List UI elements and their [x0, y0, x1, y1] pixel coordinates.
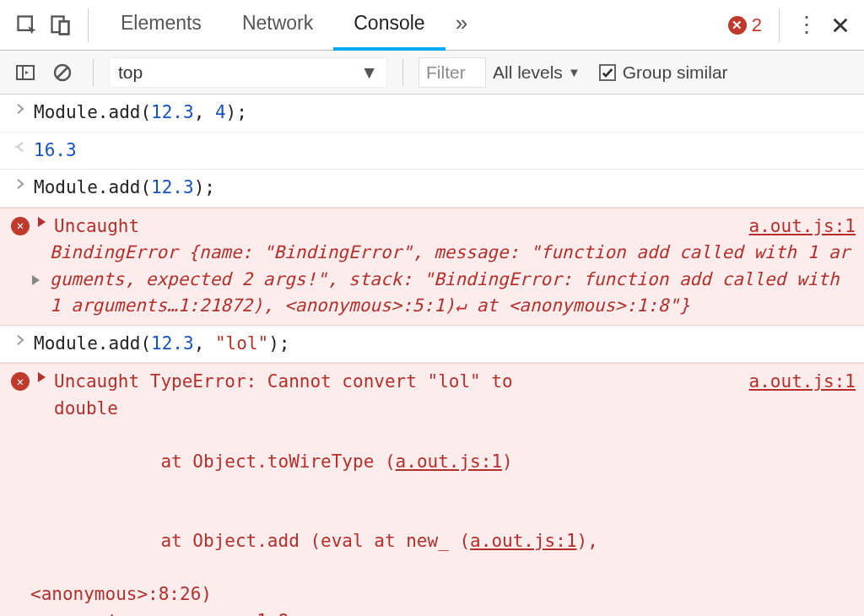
expand-triangle-icon[interactable] — [38, 217, 46, 227]
error-heading: Uncaught TypeError: Cannot convert "lol"… — [54, 371, 513, 392]
toolbar-separator — [93, 59, 94, 86]
input-chevron-icon — [7, 175, 34, 202]
stack-line: <anonymous>:8:26) — [30, 581, 856, 608]
input-chevron-icon — [7, 100, 34, 127]
log-levels-select[interactable]: All levels ▼ — [493, 62, 580, 83]
context-value: top — [118, 62, 143, 83]
tab-elements[interactable]: Elements — [100, 0, 222, 51]
chevron-down-icon: ▼ — [360, 62, 378, 83]
input-chevron-icon — [7, 331, 34, 358]
error-icon: ✕ — [7, 213, 34, 320]
toolbar-separator — [779, 8, 780, 42]
tab-overflow[interactable]: » — [446, 0, 478, 51]
error-icon: ✕ — [728, 16, 747, 35]
filter-input[interactable]: Filter — [418, 57, 486, 88]
console-error-row: ✕ Uncaught TypeError: Cannot convert "lo… — [0, 363, 864, 616]
error-icon: ✕ — [7, 369, 34, 616]
chevron-double-right-icon: » — [456, 10, 467, 36]
device-toggle-icon[interactable] — [46, 10, 76, 41]
error-count: 2 — [752, 14, 762, 36]
devtools-main-toolbar: Elements Network Console » ✕ 2 ⋮ — [0, 0, 864, 51]
chevron-down-icon: ▼ — [568, 65, 580, 79]
console-sub-toolbar: top ▼ Filter All levels ▼ Group similar — [0, 51, 864, 95]
output-chevron-icon — [7, 138, 34, 165]
kebab-menu-icon[interactable]: ⋮ — [791, 10, 822, 41]
close-devtools-icon[interactable] — [825, 10, 856, 41]
tab-console[interactable]: Console — [333, 0, 445, 51]
stack-link[interactable]: a.out.js:1 — [470, 531, 576, 551]
error-source-link[interactable]: a.out.js:1 — [749, 371, 856, 392]
svg-rect-2 — [60, 21, 69, 34]
error-source-link[interactable]: a.out.js:1 — [749, 216, 856, 236]
clear-console-icon[interactable] — [47, 57, 78, 88]
result-value: 16.3 — [34, 140, 77, 160]
filter-placeholder: Filter — [426, 62, 466, 83]
toolbar-separator — [402, 59, 403, 86]
expand-triangle-icon[interactable] — [32, 275, 40, 285]
error-heading: Uncaught — [54, 216, 139, 236]
toolbar-separator — [88, 8, 89, 42]
console-input-row: Module.add(12.3, 4); — [0, 95, 864, 132]
svg-point-6 — [15, 145, 17, 147]
group-similar-label: Group similar — [623, 62, 728, 83]
tab-network[interactable]: Network — [222, 0, 333, 51]
stack-link[interactable]: a.out.js:1 — [396, 451, 502, 472]
devtools-tabs: Elements Network Console » — [100, 0, 478, 51]
console-error-row: ✕ Uncaught a.out.js:1 BindingError {name… — [0, 208, 864, 326]
console-input-row: Module.add(12.3); — [0, 170, 864, 208]
error-line: double — [54, 396, 856, 423]
levels-label: All levels — [493, 62, 563, 83]
execution-context-select[interactable]: top ▼ — [109, 57, 387, 88]
error-count-badge[interactable]: ✕ 2 — [728, 14, 762, 36]
stack-line: at <anonymous>:1:8 — [54, 608, 856, 617]
error-body: BindingError {name: "BindingError", mess… — [50, 240, 856, 320]
console-input-row: Module.add(12.3, "lol"); — [0, 326, 864, 364]
inspect-element-icon[interactable] — [12, 10, 42, 41]
sidebar-toggle-icon[interactable] — [10, 57, 40, 88]
group-similar-checkbox[interactable] — [599, 64, 616, 81]
console-output-row: 16.3 — [0, 132, 864, 170]
expand-triangle-icon[interactable] — [38, 372, 46, 382]
